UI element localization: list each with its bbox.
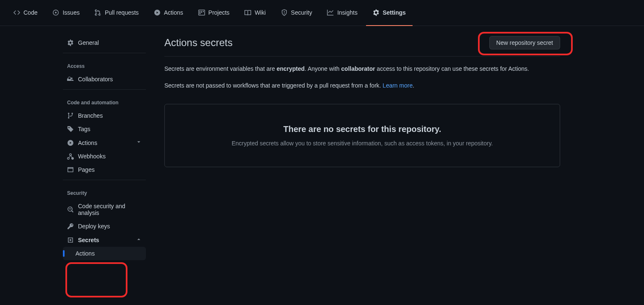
learn-more-link[interactable]: Learn more	[383, 82, 413, 89]
browser-icon	[67, 166, 74, 173]
webhook-icon	[67, 153, 74, 160]
asterisk-icon	[67, 237, 74, 243]
tab-actions[interactable]: Actions	[147, 0, 190, 26]
chevron-down-icon	[136, 139, 142, 146]
sidebar-item-code-security[interactable]: Code security and analysis	[63, 199, 146, 220]
tab-projects[interactable]: Projects	[192, 0, 236, 26]
empty-subtitle: Encrypted secrets allow you to store sen…	[175, 140, 550, 147]
tab-label: Settings	[383, 9, 406, 16]
tab-label: Code	[23, 9, 37, 16]
description-2: Secrets are not passed to workflows that…	[164, 81, 560, 90]
sidebar-item-actions[interactable]: Actions	[63, 136, 146, 150]
main-header: Actions secrets New repository secret	[164, 36, 560, 57]
tab-label: Actions	[164, 9, 183, 16]
projects-icon	[198, 9, 205, 16]
tab-label: Wiki	[254, 9, 265, 16]
sidebar-item-label: Actions	[75, 250, 95, 257]
sidebar-item-label: General	[78, 39, 99, 46]
sidebar-item-pages[interactable]: Pages	[63, 163, 146, 176]
sidebar-item-general[interactable]: General	[63, 36, 146, 49]
sidebar-item-label: Branches	[78, 112, 103, 119]
sidebar-item-label: Deploy keys	[78, 223, 110, 230]
tab-code[interactable]: Code	[7, 0, 44, 26]
sidebar-item-collaborators[interactable]: Collaborators	[63, 72, 146, 86]
tab-label: Projects	[208, 9, 230, 16]
chevron-up-icon	[136, 236, 142, 243]
sidebar-heading-security: Security	[63, 184, 146, 199]
empty-state: There are no secrets for this repository…	[164, 104, 560, 167]
branch-icon	[67, 112, 74, 119]
sidebar-item-label: Collaborators	[78, 76, 113, 83]
tab-label: Issues	[62, 9, 79, 16]
sidebar-item-label: Code security and analysis	[78, 203, 142, 216]
codescan-icon	[67, 206, 74, 213]
sidebar-item-tags[interactable]: Tags	[63, 122, 146, 136]
tab-label: Security	[291, 9, 312, 16]
settings-sidebar: General Access Collaborators Code and au…	[0, 36, 151, 260]
sidebar-item-label: Pages	[78, 166, 95, 173]
tab-issues[interactable]: Issues	[46, 0, 86, 26]
tab-security[interactable]: Security	[274, 0, 319, 26]
issue-icon	[52, 9, 59, 16]
sidebar-heading-access: Access	[63, 57, 146, 72]
pr-icon	[95, 9, 101, 16]
tab-label: Pull requests	[105, 9, 139, 16]
gear-icon	[373, 9, 379, 16]
tag-icon	[67, 126, 74, 132]
sidebar-item-secrets[interactable]: Secrets	[63, 233, 146, 247]
empty-title: There are no secrets for this repository…	[175, 124, 550, 134]
sidebar-heading-code: Code and automation	[63, 93, 146, 109]
sidebar-item-label: Tags	[78, 126, 91, 132]
graph-icon	[327, 9, 334, 16]
sidebar-item-label: Webhooks	[78, 153, 106, 160]
sidebar-item-label: Actions	[78, 140, 97, 146]
sidebar-item-secrets-actions[interactable]: Actions	[63, 247, 146, 260]
play-icon	[154, 9, 161, 16]
people-icon	[67, 76, 74, 83]
repo-nav: Code Issues Pull requests Actions Projec…	[0, 0, 644, 26]
divider	[63, 180, 146, 180]
tab-pulls[interactable]: Pull requests	[88, 0, 145, 26]
tab-wiki[interactable]: Wiki	[238, 0, 272, 26]
code-icon	[13, 9, 20, 16]
main-content: Actions secrets New repository secret Se…	[151, 36, 570, 260]
description-1: Secrets are environment variables that a…	[164, 64, 560, 73]
key-icon	[67, 223, 74, 230]
book-icon	[244, 9, 251, 16]
sidebar-item-deploy-keys[interactable]: Deploy keys	[63, 220, 146, 233]
tab-label: Insights	[337, 9, 357, 16]
page-title: Actions secrets	[164, 37, 233, 49]
tab-settings[interactable]: Settings	[366, 0, 413, 26]
tab-insights[interactable]: Insights	[320, 0, 364, 26]
sidebar-item-label: Secrets	[78, 237, 99, 243]
svg-point-0	[55, 12, 57, 13]
highlight-secrets	[65, 262, 127, 297]
play-icon	[67, 140, 74, 146]
new-repo-secret-button[interactable]: New repository secret	[489, 36, 560, 49]
shield-icon	[281, 9, 288, 16]
sidebar-item-webhooks[interactable]: Webhooks	[63, 150, 146, 163]
sidebar-item-branches[interactable]: Branches	[63, 109, 146, 122]
divider	[63, 89, 146, 90]
divider	[63, 53, 146, 53]
gear-icon	[67, 39, 74, 46]
